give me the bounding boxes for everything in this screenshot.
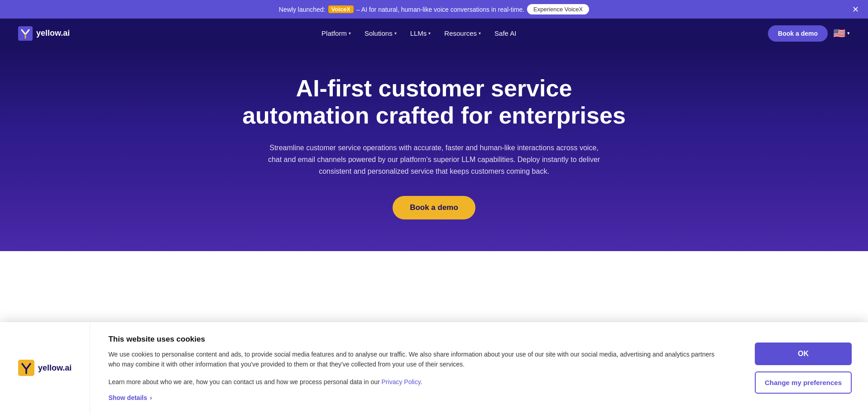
nav-item-resources[interactable]: Resources ▾ bbox=[439, 26, 486, 41]
announcement-prefix: Newly launched: bbox=[279, 6, 326, 13]
language-selector[interactable]: 🇺🇸 ▾ bbox=[833, 28, 850, 39]
hero-book-demo-button[interactable]: Book a demo bbox=[393, 196, 475, 219]
logo[interactable]: yellow.ai bbox=[18, 26, 70, 41]
experience-voicex-button[interactable]: Experience VoiceX bbox=[527, 4, 589, 14]
hero-title: AI-first customer service automation cra… bbox=[230, 75, 638, 129]
chevron-down-icon: ▾ bbox=[847, 30, 850, 36]
nav-menu: Platform ▾ Solutions ▾ LLMs ▾ Resources … bbox=[88, 26, 750, 41]
announcement-text: – AI for natural, human-like voice conve… bbox=[356, 6, 524, 13]
announcement-bar: Newly launched: VoiceX – AI for natural,… bbox=[0, 0, 868, 19]
chevron-down-icon: ▾ bbox=[394, 31, 397, 36]
announcement-close-button[interactable]: ✕ bbox=[852, 5, 859, 14]
logo-icon bbox=[18, 26, 33, 41]
navbar: yellow.ai Platform ▾ Solutions ▾ LLMs ▾ … bbox=[0, 19, 868, 48]
nav-item-platform[interactable]: Platform ▾ bbox=[316, 26, 356, 41]
chevron-down-icon: ▾ bbox=[428, 31, 431, 36]
chevron-down-icon: ▾ bbox=[479, 31, 481, 36]
hero-section: AI-first customer service automation cra… bbox=[0, 48, 868, 251]
voicex-badge: VoiceX bbox=[328, 5, 354, 13]
nav-item-solutions[interactable]: Solutions ▾ bbox=[359, 26, 402, 41]
book-demo-button[interactable]: Book a demo bbox=[768, 25, 828, 42]
chevron-down-icon: ▾ bbox=[349, 31, 351, 36]
nav-item-llms[interactable]: LLMs ▾ bbox=[405, 26, 436, 41]
nav-item-safe-ai[interactable]: Safe AI bbox=[489, 26, 522, 41]
navbar-actions: Book a demo 🇺🇸 ▾ bbox=[768, 25, 850, 42]
hero-subtitle: Streamline customer service operations w… bbox=[262, 142, 606, 178]
flag-icon: 🇺🇸 bbox=[833, 28, 845, 39]
logo-text: yellow.ai bbox=[36, 29, 70, 38]
